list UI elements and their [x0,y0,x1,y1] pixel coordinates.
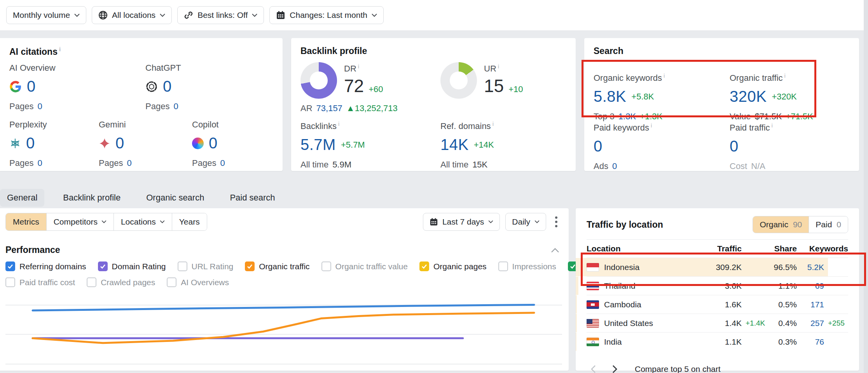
info-icon[interactable]: i [784,72,786,79]
checkbox-organic-traffic-value[interactable]: Organic traffic value [321,261,408,271]
ref-domains-metric: Ref. domainsi 14K+14K All time15K [440,120,569,170]
toggle-organic[interactable]: Organic90 [753,216,809,233]
info-icon[interactable]: i [59,46,61,52]
checkbox-referring-domains[interactable]: Referring domains [5,261,86,271]
tab-general[interactable]: General [0,189,44,207]
top3-value[interactable]: 1.3K [618,112,636,122]
share-bar [576,277,578,295]
dr-label: DRi [344,63,383,74]
keywords-link[interactable]: 257 [797,319,824,328]
paid-traffic-value: 0 [730,138,739,155]
previous-page-button[interactable] [587,363,600,373]
backlink-profile-title: Backlink profile [300,46,367,56]
traffic-by-location-header: Traffic by location Organic90 Paid0 [587,216,848,233]
organic-traffic-value[interactable]: 320K [730,88,767,105]
ads-label: Ads [594,161,608,171]
checkbox-ai-overviews[interactable]: AI Overviews [167,277,229,287]
pages-value[interactable]: 0 [127,158,131,168]
backlinks-value[interactable]: 5.7M [300,136,336,153]
us-flag-icon [587,319,599,328]
backlinks-metric: Backlinksi 5.7M+5.7M All time5.9M [300,120,429,170]
backlinks-label: Backlinksi [300,120,429,131]
table-row-indonesia[interactable]: Indonesia 309.2K 96.5% 5.2K [587,258,848,276]
tab-paid-search[interactable]: Paid search [223,189,282,207]
collapse-section-button[interactable] [549,246,561,254]
ai-citations-panel: AI citationsi AI Overview 0 Pages0 ChatG… [0,38,283,171]
checkbox-paid-traffic-cost[interactable]: Paid traffic cost [5,277,75,287]
granularity-button[interactable]: Daily [505,213,546,231]
chevron-down-icon [252,14,257,17]
monthly-volume-filter[interactable]: Monthly volume [6,6,86,24]
info-icon[interactable]: i [651,122,652,129]
performance-header: Performance [5,245,561,255]
segment-competitors[interactable]: Competitors [46,213,114,230]
checkbox-url-rating[interactable]: URL Rating [178,261,234,271]
pages-value[interactable]: 0 [37,101,42,112]
organic-keywords-value[interactable]: 5.8K [594,88,626,105]
metric-checkbox-row-2: Paid traffic cost Crawled pages AI Overv… [5,277,561,287]
info-icon[interactable]: i [493,120,494,127]
keywords-link[interactable]: 69 [797,281,824,291]
tab-backlink-profile[interactable]: Backlink profile [56,189,127,207]
checkbox-organic-traffic[interactable]: Organic traffic [245,261,309,271]
location-name: United States [604,319,653,328]
alltime-value: 15K [472,160,487,170]
info-icon[interactable]: i [338,120,339,127]
keywords-link[interactable]: 5.2K [797,263,824,272]
india-flag-icon [587,338,599,346]
pages-label: Pages [99,158,123,168]
ar-value[interactable]: 73,157 [316,103,342,113]
ur-label: URi [484,63,523,74]
segment-locations[interactable]: Locations [114,213,172,230]
gemini-icon [99,138,110,149]
search-panel: Search Organic keywordsi 5.8K+5.8K Top 3… [584,38,859,171]
performance-controls: Metrics Competitors Locations Years Last… [5,213,561,231]
pages-value[interactable]: 0 [173,101,178,112]
checkbox-impressions[interactable]: Impressions [498,261,556,271]
ads-value[interactable]: 0 [612,161,617,171]
checkbox-crawled-pages[interactable]: Crawled pages [87,277,155,287]
next-page-button[interactable] [608,363,622,373]
locations-filter[interactable]: All locations [92,6,172,24]
traffic-value: 309.2K [699,263,742,272]
scrollbar[interactable] [864,0,868,373]
changes-label: Changes: Last month [290,10,367,20]
performance-chart[interactable] [5,300,561,369]
pages-value[interactable]: 0 [220,158,225,168]
pages-value[interactable]: 0 [37,158,42,168]
table-row-cambodia[interactable]: Cambodia 1.6K 0.5% 171 [587,295,848,314]
segment-metrics[interactable]: Metrics [6,213,46,230]
info-icon[interactable]: i [498,63,499,70]
checkbox-organic-pages[interactable]: Organic pages [419,261,487,271]
tab-organic-search[interactable]: Organic search [139,189,211,207]
table-row-united-states[interactable]: United States 1.4K +1.4K 0.4% 257 +255 [587,314,848,332]
info-icon[interactable]: i [358,63,359,70]
more-options-kebab-icon[interactable] [552,213,561,230]
chevron-down-icon [372,14,377,17]
search-title: Search [594,46,623,56]
segment-years[interactable]: Years [172,213,207,230]
share-bar [576,314,577,332]
date-range-button[interactable]: Last 7 days [423,213,500,231]
backlinks-delta: +5.7M [341,140,365,150]
keywords-link[interactable]: 76 [797,337,824,347]
col-traffic: Traffic [699,244,742,253]
organic-count: 90 [793,220,802,229]
top3-label: Top 3 [594,112,615,122]
table-row-thailand[interactable]: Thailand 3.6K 1.1% 69 [587,276,848,295]
share-bar [576,333,576,351]
info-icon[interactable]: i [772,122,773,129]
best-links-filter[interactable]: Best links: Off [177,6,264,24]
keywords-link[interactable]: 171 [797,300,824,309]
table-row-india[interactable]: India 1.1K 0.3% 76 [587,332,848,351]
url-rating-block: URi 15+10 [440,62,523,99]
paid-keywords-value: 0 [594,138,603,155]
changes-filter[interactable]: Changes: Last month [269,6,384,24]
checkbox-box [5,261,15,271]
checkbox-domain-rating[interactable]: Domain Rating [98,261,166,271]
ref-domains-value[interactable]: 14K [440,136,469,153]
monthly-volume-label: Monthly volume [13,10,70,20]
ar-delta: ▲13,252,713 [346,103,398,113]
toggle-paid[interactable]: Paid0 [809,216,848,233]
info-icon[interactable]: i [664,72,665,79]
